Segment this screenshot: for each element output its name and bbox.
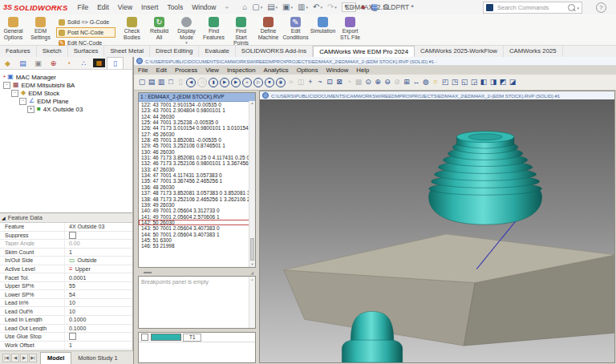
nc-code-line[interactable]: 124: 44 26030 xyxy=(139,114,249,119)
camworks-tab-icon[interactable]: ▦ xyxy=(93,59,105,67)
tab-direct-editing[interactable]: Direct Editing xyxy=(150,46,199,57)
search-input[interactable] xyxy=(496,3,568,12)
tab-motion-study-1[interactable]: Motion Study 1 xyxy=(71,353,124,364)
view-bottom-icon[interactable]: ◨ xyxy=(488,76,498,88)
go-start-icon[interactable]: ◀ xyxy=(186,78,196,87)
new-report-icon[interactable]: ▢ xyxy=(137,76,147,88)
dropdown-caret-icon[interactable]: ▾ xyxy=(261,5,263,10)
tab-nav-arrow-icon[interactable]: |◀ xyxy=(2,354,10,362)
pause-icon[interactable]: ▮ xyxy=(209,78,218,87)
cam-feature-tree-tab-icon[interactable]: ∴ xyxy=(76,58,91,69)
tool-color-swatch[interactable] xyxy=(151,334,181,341)
nc-code-line[interactable]: 126: 44 7173 3.010154 0.9800101 1 3.0101… xyxy=(139,125,249,131)
play-to-end-icon[interactable]: ▶ xyxy=(231,78,241,87)
menu-tools[interactable]: Tools xyxy=(167,3,183,11)
check-bodies-button[interactable]: CheckBodies xyxy=(119,16,145,40)
sim-menu-inspection[interactable]: Inspection xyxy=(227,67,256,74)
nc-code-line[interactable]: 142: 50 26030 xyxy=(139,220,249,225)
view-top-icon[interactable]: ◧ xyxy=(479,76,488,88)
nc-code-line[interactable]: 134: 47 7001 4.117431 3.057383 0 xyxy=(139,172,249,178)
tree-item-edm-stock[interactable]: -◆EDM Stock xyxy=(0,89,132,97)
tab-features[interactable]: Features xyxy=(0,46,37,57)
export-stl-button[interactable]: ExportSTL File xyxy=(337,16,363,40)
tab-camworks-2025[interactable]: CAMWorks 2025 xyxy=(504,46,563,57)
nc-program-header[interactable]: 1 : EDM4AX_2-(EDM STOCK).RVP xyxy=(139,93,255,102)
tree-item-mac-manager[interactable]: *▣MAC Manager xyxy=(0,73,132,81)
feature-data-value[interactable]: 10 xyxy=(64,307,132,315)
display-mode-button[interactable]: DisplayMode▾ xyxy=(173,16,200,45)
tree-item-edm-mitsubishi-ba[interactable]: -▦EDM Mitsubishi BA xyxy=(0,81,132,89)
view-iso2-icon[interactable]: ◪ xyxy=(508,76,517,88)
light-icon[interactable]: ○ xyxy=(431,76,440,88)
search-scope-icon[interactable] xyxy=(486,4,493,11)
nc-code-line[interactable]: 127: 45 26030 xyxy=(139,131,249,137)
tab-nav-arrow-icon[interactable]: ◀ xyxy=(11,354,19,362)
nc-code-line[interactable]: 135: 47 7001 3.367456 2.465256 1 xyxy=(139,178,249,184)
tab-sketch[interactable]: Sketch xyxy=(37,46,68,57)
nc-code-line[interactable]: 122: 43 7001 2.910154 -0.00535 0 xyxy=(139,102,249,107)
nc-code-line[interactable]: 144: 50 7001 2.05604 3.407383 1 xyxy=(139,232,249,237)
tab-nav-arrow-icon[interactable]: ▶ xyxy=(20,354,28,362)
sim-menu-options[interactable]: Options xyxy=(297,67,318,74)
panel-resize-handle[interactable]: ◢ xyxy=(140,270,253,274)
pan-icon[interactable]: ↔ xyxy=(411,76,421,88)
dropdown-caret-icon[interactable]: ▾ xyxy=(276,5,278,10)
tree-item-edm-plane[interactable]: -∠EDM Plane xyxy=(0,97,132,105)
feature-manager-tab-icon[interactable]: ◆ xyxy=(0,58,15,69)
pin-menu-icon[interactable]: + xyxy=(225,4,229,11)
play-icon[interactable]: ▶ xyxy=(220,78,229,87)
nc-code-line[interactable]: 146: 53 21998 xyxy=(139,243,249,249)
nc-code-line[interactable]: 143: 50 7001 2.05604 3.407383 0 xyxy=(139,225,249,231)
checkbox[interactable] xyxy=(69,333,76,340)
probe-icon[interactable]: + xyxy=(306,76,315,88)
general-options-button[interactable]: GeneralOptions xyxy=(0,16,26,40)
expand-toggle-icon[interactable]: - xyxy=(3,82,10,89)
feature-data-header[interactable]: ◢ Feature Data xyxy=(0,213,132,223)
nc-code-line[interactable]: 140: 49 7001 2.05604 3.312733 0 xyxy=(139,208,249,213)
zoom-in-icon[interactable]: ⊕ xyxy=(373,76,383,88)
view-right-icon[interactable]: ◲ xyxy=(469,76,479,88)
menu-edit[interactable]: Edit xyxy=(97,3,109,11)
define-machine-button[interactable]: DefineMachine xyxy=(255,16,282,40)
feature-data-value[interactable]: 4X Outside 03 xyxy=(64,223,132,231)
nc-code-line[interactable]: 133: 47 26030 xyxy=(139,167,249,172)
property-manager-tab-icon[interactable]: ▤ xyxy=(15,58,30,69)
tab-camworks-2025-workflow[interactable]: CAMWorks 2025-WorkFlow xyxy=(415,46,504,57)
search-icon[interactable] xyxy=(568,4,575,11)
home-icon[interactable]: ⌂ xyxy=(242,3,247,11)
tree-item-4x-outside-03[interactable]: +■4X Outside 03 xyxy=(0,105,132,113)
edit-conditions-button[interactable]: ✎EditConditions xyxy=(282,16,309,40)
tab-evaluate[interactable]: Evaluate xyxy=(199,46,235,57)
wire-path-icon[interactable]: ~ xyxy=(315,76,325,88)
save-file-icon[interactable]: ▥ xyxy=(156,76,166,88)
tab-solidworks-add-ins[interactable]: SOLIDWORKS Add-Ins xyxy=(236,46,313,57)
edm-settings-button[interactable]: EDMSettings xyxy=(27,16,54,40)
nc-code-line[interactable]: 138: 48 7173 3.252106 2.465256 1 3.26210… xyxy=(139,196,249,202)
nc-code-line[interactable]: 141: 49 7001 2.05604 2.570606 1 xyxy=(139,214,249,220)
expand-toggle-icon[interactable]: - xyxy=(11,90,18,97)
zoom-out-icon[interactable]: ⊖ xyxy=(383,76,392,88)
nc-code-line[interactable]: 136: 48 26030 xyxy=(139,184,249,190)
frame-icon[interactable]: □ xyxy=(166,76,176,88)
nc-code-line[interactable]: 139: 49 26030 xyxy=(139,202,249,208)
tab-sheet-metal[interactable]: Sheet Metal xyxy=(104,46,150,57)
stop-icon[interactable]: ■ xyxy=(265,78,274,87)
scroll-thumb[interactable] xyxy=(250,238,254,261)
feature-data-value[interactable]: ≡Upper xyxy=(64,265,132,273)
select-region-icon[interactable]: ⊡ xyxy=(325,76,334,88)
tool-checkbox[interactable] xyxy=(141,334,148,341)
tab-camworks-wire-edm-pro-2024[interactable]: CAMWorks Wire EDM Pro 2024 xyxy=(313,46,415,57)
zoom-icon[interactable]: ⊙ xyxy=(363,76,373,88)
cam-operation-tree-tab-icon[interactable]: ▯ xyxy=(107,57,124,69)
solid-to-gcode-button[interactable]: Solid => G-Code xyxy=(56,17,116,27)
open-file-icon[interactable]: ▤ xyxy=(147,76,156,88)
feature-data-value[interactable]: 1 xyxy=(64,249,132,257)
expand-toggle-icon[interactable]: + xyxy=(27,106,34,113)
view-left-icon[interactable]: ◱ xyxy=(460,76,469,88)
tab-model[interactable]: Model xyxy=(40,352,71,364)
sim-menu-analytics[interactable]: Analytics xyxy=(264,67,289,74)
tab-surfaces[interactable]: Surfaces xyxy=(68,46,105,57)
help-icon[interactable]: ? xyxy=(596,2,606,13)
breakpoints-scrollbar[interactable]: ▲ xyxy=(249,277,255,328)
feature-data-value[interactable]: 0.0001 xyxy=(64,273,132,281)
